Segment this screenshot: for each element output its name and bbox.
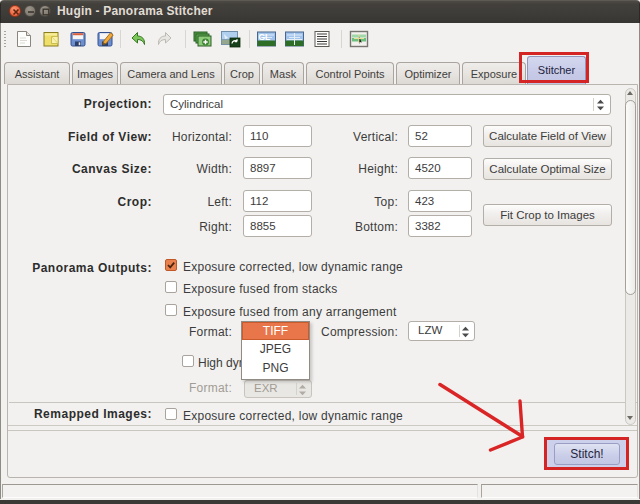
svg-text:GL: GL: [259, 32, 271, 42]
